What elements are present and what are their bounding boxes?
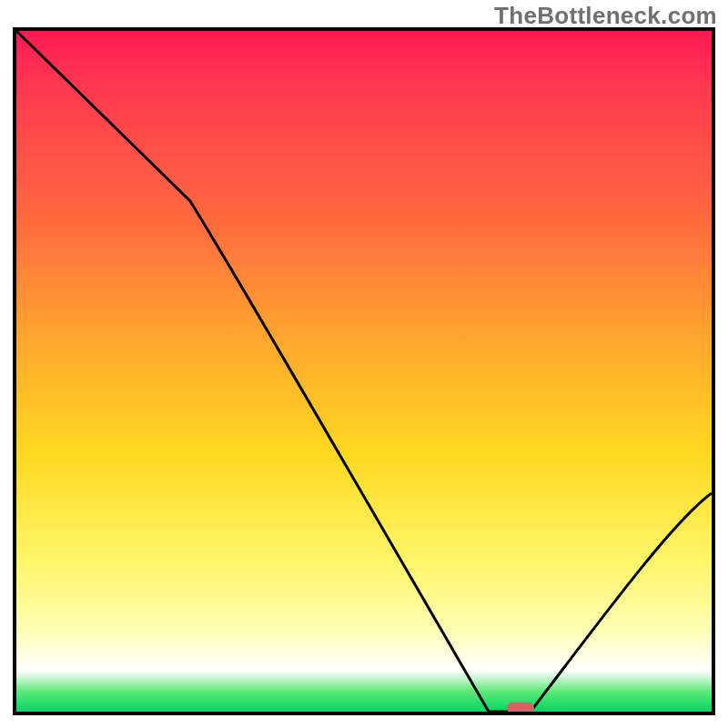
plot-area: [13, 27, 715, 715]
watermark-text: TheBottleneck.com: [494, 2, 717, 30]
chart-frame: TheBottleneck.com: [0, 0, 728, 728]
optimal-marker: [507, 703, 534, 713]
bottleneck-curve: [16, 31, 712, 712]
